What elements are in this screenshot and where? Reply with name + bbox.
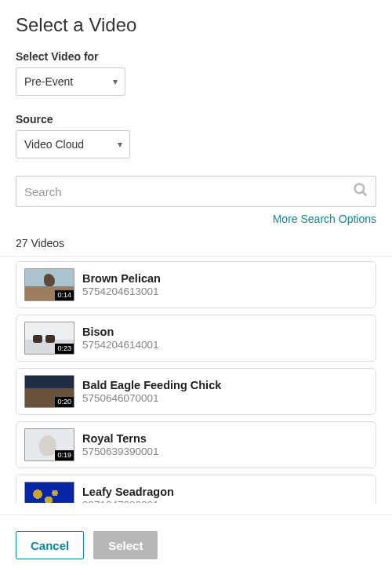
- video-title: Bison: [82, 326, 159, 338]
- source-dropdown[interactable]: Video Cloud: [16, 130, 130, 158]
- search-input[interactable]: [16, 176, 376, 207]
- select-video-for-dropdown[interactable]: Pre-Event: [16, 67, 125, 96]
- video-list: 0:14Brown Pelican57542046130010:23Bison5…: [0, 256, 392, 503]
- video-row[interactable]: 0:14Brown Pelican5754204613001: [16, 261, 376, 308]
- dialog-content: Select a Video Select Video for Pre-Even…: [0, 0, 392, 515]
- video-duration: 0:19: [55, 450, 74, 460]
- video-meta: Leafy Seadragon3371247206001: [82, 486, 174, 503]
- video-thumbnail: 0:14: [24, 268, 74, 301]
- video-thumbnail: 0:23: [24, 322, 74, 355]
- video-meta: Royal Terns5750639390001: [82, 432, 159, 457]
- cancel-button[interactable]: Cancel: [16, 531, 84, 559]
- video-meta: Bald Eagle Feeding Chick5750646070001: [82, 379, 221, 404]
- source-wrap: Video Cloud: [16, 130, 130, 158]
- video-row[interactable]: 0:23Bison5754204614001: [16, 315, 376, 362]
- video-meta: Brown Pelican5754204613001: [82, 272, 161, 297]
- select-video-for-label: Select Video for: [16, 50, 376, 63]
- video-duration: 0:20: [55, 397, 74, 407]
- select-button[interactable]: Select: [93, 531, 158, 559]
- video-id: 5750639390001: [82, 446, 159, 457]
- video-title: Brown Pelican: [82, 272, 161, 285]
- dialog-footer: Cancel Select: [0, 515, 392, 575]
- video-title: Leafy Seadragon: [82, 486, 174, 498]
- video-meta: Bison5754204614001: [82, 326, 159, 351]
- video-thumbnail: [24, 482, 74, 503]
- video-title: Bald Eagle Feeding Chick: [82, 379, 221, 391]
- video-duration: 0:23: [55, 344, 74, 354]
- dialog-title: Select a Video: [16, 14, 376, 36]
- more-search-options-wrap: More Search Options: [16, 212, 376, 226]
- video-id: 5754204613001: [82, 286, 161, 297]
- video-row[interactable]: 0:20Bald Eagle Feeding Chick575064607000…: [16, 368, 376, 415]
- video-count: 27 Videos: [16, 237, 376, 249]
- video-row[interactable]: 0:19Royal Terns5750639390001: [16, 421, 376, 468]
- source-label: Source: [16, 113, 376, 126]
- select-video-for-wrap: Pre-Event: [16, 67, 125, 96]
- video-thumbnail: 0:19: [24, 428, 74, 461]
- more-search-options-link[interactable]: More Search Options: [273, 213, 376, 225]
- video-row[interactable]: Leafy Seadragon3371247206001: [16, 475, 376, 503]
- video-duration: 0:14: [55, 290, 74, 300]
- video-id: 5754204614001: [82, 339, 159, 351]
- video-id: 3371247206001: [82, 499, 174, 503]
- search-wrap: [16, 176, 376, 207]
- video-thumbnail: 0:20: [24, 375, 74, 408]
- video-title: Royal Terns: [82, 432, 159, 445]
- video-id: 5750646070001: [82, 392, 221, 404]
